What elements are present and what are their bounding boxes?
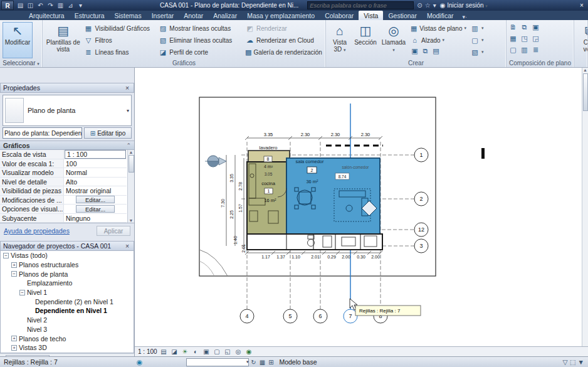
tab-sistemas[interactable]: Sistemas <box>109 11 146 20</box>
viewport-icon[interactable]: ▢ <box>508 45 518 55</box>
view-scale-value[interactable]: 1 : 100 <box>65 150 126 159</box>
scroll-down-icon[interactable]: ▼ <box>129 218 134 223</box>
filter-count-icon[interactable]: ▼ <box>578 358 584 366</box>
worksets-icon[interactable]: ⊞ <box>266 359 275 366</box>
room-lower-strip[interactable] <box>247 234 382 250</box>
view-3d-button[interactable]: ⌂ Vista 3D ▾ <box>328 22 351 58</box>
crop-view-icon[interactable]: ▢ <box>213 348 221 355</box>
detail-level-value[interactable]: Alto <box>64 178 127 186</box>
place-view-icon[interactable]: ▣ <box>531 23 540 32</box>
parts-visibility-value[interactable]: Mostrar original <box>64 186 127 195</box>
panel-label-seleccionar[interactable]: Seleccionar ▾ <box>0 59 42 67</box>
tab-arquitectura[interactable]: Arquitectura <box>24 11 70 20</box>
view-reference-icon[interactable]: ◲ <box>531 34 540 43</box>
sync-icon[interactable]: ↻ <box>249 359 258 366</box>
drawing-area[interactable]: 3.35 2.30 2.30 2.30 1.17 1.37 1.10 2.01 … <box>135 68 588 356</box>
drafting-view-icon[interactable]: ▣ <box>410 46 419 56</box>
model-base-label[interactable]: Modelo base <box>279 358 317 366</box>
worksharing-icon[interactable]: ◉ <box>137 358 143 366</box>
subscription-icon[interactable]: ☆ <box>425 2 431 9</box>
matchline-icon[interactable]: ◳ <box>520 34 529 43</box>
tab-options-icon[interactable]: ▾· <box>459 14 471 20</box>
properties-header[interactable]: Propiedades × <box>0 83 134 93</box>
tree-item-emplazamiento[interactable]: Emplazamiento <box>1 279 134 288</box>
panel-label-crear[interactable]: Crear <box>326 59 506 67</box>
tab-colaborar[interactable]: Colaborar <box>320 11 359 20</box>
expander-icon[interactable]: + <box>11 336 17 341</box>
schedules-button[interactable]: ▥▾ <box>468 23 493 34</box>
help-dropdown-icon[interactable]: ▾ <box>433 2 436 9</box>
elevation-tag-marker[interactable] <box>481 148 485 159</box>
visibility-overrides-edit-button[interactable]: Editar... <box>76 196 115 203</box>
section-button[interactable]: ◫ Sección <box>352 22 379 58</box>
callout-button[interactable]: ◎ Llamada ▾ <box>380 22 407 58</box>
keynote-legend-button[interactable]: ▧▾ <box>468 46 493 58</box>
temporary-hide-isolate-icon[interactable]: ◎ <box>234 348 243 355</box>
show-hidden-lines-button[interactable]: ▨Mostrar líneas ocultas <box>156 23 243 34</box>
exclude-options-icon[interactable]: ▽ <box>563 358 568 366</box>
save-icon[interactable]: ◫ <box>26 2 34 9</box>
scale-value[interactable]: 100 <box>64 159 127 168</box>
print-icon[interactable]: ▥ <box>56 2 65 9</box>
scroll-thumb[interactable] <box>129 155 134 173</box>
scope-box-button[interactable]: ▢▾ <box>468 35 493 46</box>
visual-style-icon[interactable]: ◪ <box>171 348 179 355</box>
editable-only-icon[interactable]: ▦ <box>258 359 266 366</box>
revisions-icon[interactable]: ▥ <box>520 45 529 55</box>
cut-profile-button[interactable]: ◪Perfil de corte <box>156 46 243 58</box>
tree-item-planos-de-planta[interactable]: −Planos de planta <box>1 269 134 279</box>
group-collapse-icon[interactable]: ⌃ <box>126 142 131 149</box>
switch-windows-button[interactable]: ⧉ Can vent <box>577 22 588 58</box>
search-icon[interactable]: ⊙ <box>417 2 422 9</box>
expander-icon[interactable]: − <box>19 290 25 295</box>
shadows-icon[interactable]: ◐ <box>192 348 200 355</box>
expander-icon[interactable]: − <box>11 271 17 277</box>
remove-hidden-lines-button[interactable]: ▧Eliminar líneas ocultas <box>156 35 243 46</box>
tree-item-planos-estructurales[interactable]: +Planos estructurales <box>1 260 134 270</box>
show-crop-region-icon[interactable]: ◱ <box>224 348 232 355</box>
properties-help-link[interactable]: Ayuda de propiedades <box>4 227 70 235</box>
tree-item-nivel-1[interactable]: −Nivel 1 <box>1 288 134 297</box>
group-header-graficos[interactable]: Gráficos ⌃ <box>0 141 134 150</box>
canvas-vertical-scrollbar[interactable]: ▲ <box>582 68 588 346</box>
press-drag-icon[interactable]: ⬚ <box>570 358 576 366</box>
tree-item-nivel-2[interactable]: Nivel 2 <box>1 316 134 325</box>
design-option-combo[interactable]: ▾ <box>186 358 249 366</box>
elevation-button[interactable]: ⌂Alzado▾ <box>408 35 468 46</box>
panel-label-composicion[interactable]: Composición de plano <box>507 59 574 67</box>
properties-scrollbar[interactable]: ▲▼ <box>127 150 134 223</box>
application-menu-button[interactable]: R <box>1 1 14 10</box>
tab-estructura[interactable]: Estructura <box>70 11 110 20</box>
graphic-display-edit-button[interactable]: Editar... <box>76 205 115 213</box>
visibility-graphics-button[interactable]: ▦Visibilidad/ Gráficos <box>81 23 156 34</box>
measure-icon[interactable]: ⊿ <box>66 2 75 9</box>
search-input[interactable] <box>307 1 414 9</box>
room-sala-comedor[interactable] <box>286 158 380 234</box>
scroll-thumb[interactable] <box>583 73 588 111</box>
edit-type-button[interactable]: ⊞ Editar tipo <box>84 127 132 139</box>
guide-grid-icon[interactable]: ▦ <box>508 34 518 43</box>
sheet-list-icon[interactable]: ≣ <box>531 45 540 55</box>
expander-icon[interactable]: + <box>11 345 17 351</box>
tab-gestionar[interactable]: Gestionar <box>383 11 422 20</box>
close-window-icon[interactable]: × <box>577 2 586 9</box>
sign-in-button[interactable]: ◉ Iniciar sesión ▾ <box>440 2 488 9</box>
titleblock-icon[interactable]: ⧉ <box>520 23 529 32</box>
expander-icon[interactable]: + <box>11 262 17 268</box>
project-browser-close-icon[interactable]: × <box>123 242 131 250</box>
scale-control[interactable]: 1 : 100 <box>138 348 157 355</box>
project-browser-header[interactable]: Navegador de proyectos - CASA 001 × <box>0 241 134 251</box>
plan-views-button[interactable]: ▦Vistas de plano▾ <box>408 23 468 34</box>
tab-vista[interactable]: Vista <box>359 11 383 20</box>
tree-item-vistas-todo[interactable]: −Vistas (todo) <box>1 251 134 260</box>
duplicate-view-icon[interactable]: ⧉ <box>421 46 430 56</box>
tree-item-dependiente-en-nivel-1[interactable]: Dependiente en Nivel 1 <box>1 306 134 316</box>
tab-masa-emplazamiento[interactable]: Masa y emplazamiento <box>242 11 320 20</box>
redo-icon[interactable]: ↷ <box>46 2 55 9</box>
tree-item-nivel-3[interactable]: Nivel 3 <box>1 325 134 334</box>
tree-item-vistas-3d[interactable]: +Vistas 3D <box>1 343 134 353</box>
reveal-hidden-elements-icon[interactable]: ◉ <box>245 348 253 355</box>
legends-icon[interactable]: ▤ <box>431 46 441 56</box>
filters-button[interactable]: ▽Filtros <box>81 35 156 46</box>
render-gallery-button[interactable]: ▩Galería de renderización <box>243 46 323 58</box>
